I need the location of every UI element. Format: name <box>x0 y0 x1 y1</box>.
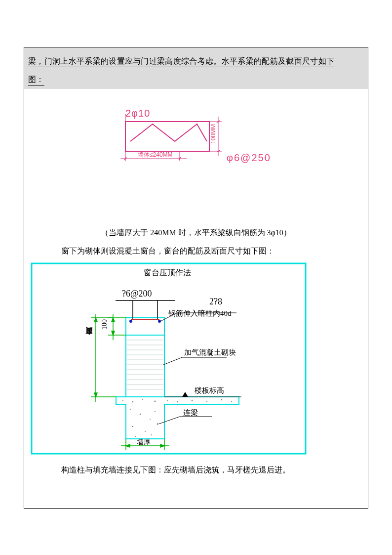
svg-point-33 <box>192 400 193 401</box>
svg-point-36 <box>231 401 232 402</box>
svg-marker-71 <box>160 444 164 447</box>
svg-marker-61 <box>112 331 115 335</box>
caption-mid: （当墙厚大于 240MM 时，水平系梁纵向钢筋为 3φ10） <box>24 228 368 238</box>
caption-2: 窗下为砌体则设混凝土窗台，窗台的配筋及断面尺寸如下图： <box>61 246 274 256</box>
svg-point-40 <box>132 426 133 427</box>
svg-rect-0 <box>125 122 209 151</box>
page-frame: 梁，门洞上水平系梁的设置应与门过梁高度综合考虑。水平系梁的配筋及截面尺寸如下图：… <box>24 47 368 509</box>
svg-line-53 <box>163 357 182 365</box>
caption-3: 构造柱与填充墙连接见下图：应先砌墙后浇筑，马牙槎先退后进。 <box>61 465 290 475</box>
svg-point-45 <box>151 434 152 435</box>
wall-width-label: 墙体≤240MM <box>138 151 173 159</box>
rebar-2-8: 2?8 <box>209 297 222 307</box>
stirrup-label: φ6@250 <box>227 152 271 164</box>
svg-marker-70 <box>126 444 130 447</box>
svg-point-10 <box>129 320 132 323</box>
svg-rect-9 <box>126 318 164 397</box>
floor-level-label: 楼板标高 <box>195 386 224 395</box>
svg-point-39 <box>150 419 151 420</box>
svg-point-29 <box>142 399 143 400</box>
svg-point-44 <box>135 436 136 437</box>
svg-marker-65 <box>94 318 97 322</box>
svg-point-37 <box>130 409 131 410</box>
svg-marker-25 <box>116 397 239 439</box>
svg-point-35 <box>221 399 222 400</box>
svg-point-42 <box>157 424 158 425</box>
svg-marker-66 <box>94 393 97 397</box>
wall-thick-label: 墙厚 <box>137 438 151 447</box>
aerated-block-label: 加气混凝土砌块 <box>184 348 236 357</box>
svg-marker-60 <box>112 318 115 322</box>
svg-marker-47 <box>182 392 188 397</box>
paragraph-1: 梁，门洞上水平系梁的设置应与门过梁高度综合考虑。水平系梁的配筋及截面尺寸如下图： <box>28 52 344 89</box>
svg-point-30 <box>155 401 156 402</box>
sill-title: 窗台压顶作法 <box>29 268 306 278</box>
rebar-top-label: 2φ10 <box>125 108 150 119</box>
svg-line-55 <box>158 417 180 424</box>
stirrup-6-200: ?6@200 <box>122 289 152 299</box>
svg-point-31 <box>167 400 168 401</box>
svg-rect-8 <box>32 263 306 454</box>
dim-100: 100 <box>101 319 109 330</box>
rebar-anchor-note: 钢筋伸入暗柱内40d <box>168 309 232 318</box>
beam-label: 连梁 <box>183 408 198 418</box>
diagram-window-sill: 窗台压顶作法 ?6@200 2?8 钢筋伸入暗柱内40d 加气混凝土砌块 楼板标… <box>29 261 311 461</box>
svg-point-41 <box>145 431 146 432</box>
diagram-tie-beam: 2φ10 100MM 墙体≤240MM φ6@250 <box>111 112 288 178</box>
svg-point-27 <box>122 400 123 401</box>
dim-100mm: 100MM <box>210 124 217 144</box>
svg-point-28 <box>132 401 133 402</box>
svg-point-43 <box>155 411 156 412</box>
svg-point-34 <box>206 401 207 402</box>
svg-point-32 <box>177 401 178 402</box>
svg-point-38 <box>140 414 141 415</box>
